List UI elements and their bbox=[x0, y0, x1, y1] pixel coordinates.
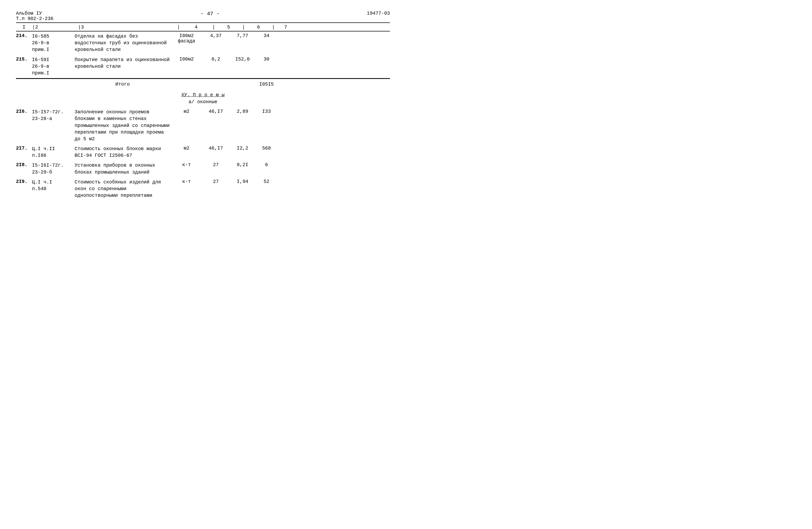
col-header-5: 5 bbox=[215, 25, 242, 30]
row-num-215: 215. bbox=[16, 57, 32, 62]
section-title: ХУ. П р о е м ы bbox=[16, 89, 390, 99]
row-p-219: I,94 bbox=[229, 179, 256, 184]
row-ref-214: I6-585 26-9-в прим.I bbox=[32, 33, 75, 53]
row-q-215: 0,2 bbox=[203, 57, 229, 62]
row-unit-214: I00м2 фасада bbox=[171, 33, 203, 44]
table-row-217: 2I7. Ц.I ч.II п.I86 Стоимость оконных бл… bbox=[16, 144, 390, 160]
col-header-3: 3 bbox=[81, 25, 177, 30]
row-s-219: 52 bbox=[256, 179, 277, 184]
row-q-217: 46,I7 bbox=[203, 146, 229, 151]
page-number: - 47 - bbox=[201, 11, 220, 17]
row-num-219: 2I9. bbox=[16, 179, 32, 184]
header-left: Альбом IУ Т.п 902-2-236 bbox=[16, 11, 53, 21]
album-title: Альбом IУ bbox=[16, 11, 53, 16]
table-row-214: 214. I6-585 26-9-в прим.I Отделка на фас… bbox=[16, 31, 390, 55]
row-p-217: I2,2 bbox=[229, 146, 256, 151]
col-header-4: 4 bbox=[180, 25, 212, 30]
row-ref-219: Ц.I ч.I п.548 bbox=[32, 179, 75, 192]
row-s-216: I33 bbox=[256, 109, 277, 114]
row-desc-214: Отделка на фасадах без водосточных труб … bbox=[75, 33, 171, 53]
col-sep-4: | bbox=[212, 25, 215, 30]
itogo-label: Итого bbox=[75, 82, 171, 87]
table-row-218: 2I8. I5-I6I-72г. 23-29-б Установка прибо… bbox=[16, 160, 390, 177]
row-s-214: 34 bbox=[256, 33, 277, 38]
doc-ref: 19477-03 bbox=[367, 11, 390, 16]
col-sep-3: | bbox=[177, 25, 180, 30]
col-sep-1: | bbox=[32, 25, 35, 30]
section-subtitle: а/ оконные bbox=[16, 99, 390, 107]
row-q-218: 27 bbox=[203, 162, 229, 168]
row-ref-216: I5-I57-72г. 23-28-а bbox=[32, 109, 75, 122]
col-header-1: I bbox=[16, 25, 32, 30]
header: Альбом IУ Т.п 902-2-236 - 47 - 19477-03 bbox=[16, 11, 390, 21]
row-s-217: 568 bbox=[256, 146, 277, 151]
row-unit-216: м2 bbox=[171, 109, 203, 114]
row-s-215: 30 bbox=[256, 57, 277, 62]
col-header-6: 6 bbox=[245, 25, 272, 30]
table-row-216: 2I6. I5-I57-72г. 23-28-а Заполнение окон… bbox=[16, 107, 390, 144]
col-header-2: 2 bbox=[35, 25, 78, 30]
row-unit-219: к-т bbox=[171, 179, 203, 184]
col-sep-6: | bbox=[272, 25, 275, 30]
row-unit-218: к-т bbox=[171, 162, 203, 168]
row-desc-217: Стоимость оконных блоков марки ВСI-94 ГО… bbox=[75, 146, 171, 159]
row-q-219: 27 bbox=[203, 179, 229, 184]
row-num-214: 214. bbox=[16, 33, 32, 38]
row-p-218: 0,2I bbox=[229, 162, 256, 168]
row-p-214: 7,77 bbox=[229, 33, 256, 38]
table-row-219: 2I9. Ц.I ч.I п.548 Стоимость скобяных из… bbox=[16, 177, 390, 201]
row-desc-216: Заполнение оконных проемов блоками в кам… bbox=[75, 109, 171, 142]
row-p-216: 2,89 bbox=[229, 109, 256, 114]
col-header-7: 7 bbox=[275, 25, 296, 30]
row-num-218: 2I8. bbox=[16, 162, 32, 168]
col-sep-5: | bbox=[242, 25, 245, 30]
col-sep-2: | bbox=[78, 25, 81, 30]
row-q-216: 46,I7 bbox=[203, 109, 229, 114]
row-ref-215: I6-59I 26-9-в прим.I bbox=[32, 57, 75, 77]
itogo-value: I05I5 bbox=[256, 82, 277, 87]
itogo-row: Итого I05I5 bbox=[16, 79, 390, 89]
row-num-217: 2I7. bbox=[16, 146, 32, 151]
column-headers: I | 2 | 3 | 4 | 5 | 6 | 7 bbox=[16, 24, 390, 31]
table-row-215: 215. I6-59I 26-9-в прим.I Покрытие парап… bbox=[16, 55, 390, 79]
doc-number: Т.п 902-2-236 bbox=[16, 16, 53, 21]
row-p-215: I52,0 bbox=[229, 57, 256, 62]
row-s-218: 6 bbox=[256, 162, 277, 168]
row-unit-215: I00м2 bbox=[171, 57, 203, 62]
row-q-214: 4,37 bbox=[203, 33, 229, 38]
row-desc-219: Стоимость скобяных изделий для окон со с… bbox=[75, 179, 171, 199]
row-ref-218: I5-I6I-72г. 23-29-б bbox=[32, 162, 75, 175]
row-ref-217: Ц.I ч.II п.I86 bbox=[32, 146, 75, 159]
row-desc-215: Покрытие парапета из оцинкованной кровел… bbox=[75, 57, 171, 70]
row-unit-217: м2 bbox=[171, 146, 203, 151]
row-num-216: 2I6. bbox=[16, 109, 32, 114]
row-desc-218: Установка приборов в оконных блоках пром… bbox=[75, 162, 171, 175]
top-divider bbox=[16, 23, 390, 23]
